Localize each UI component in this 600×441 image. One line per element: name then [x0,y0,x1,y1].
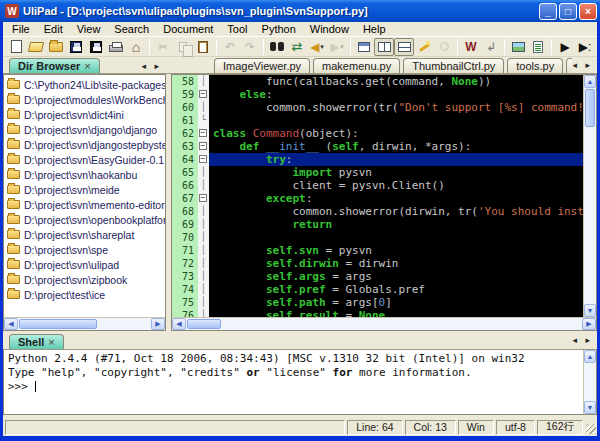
redo-icon[interactable]: ↷ [240,38,260,56]
minimize-button[interactable]: _ [539,3,557,20]
code-line-61[interactable]: 61└ [172,114,583,127]
save-icon[interactable] [66,38,86,56]
tab-dir-browser[interactable]: Dir Browser× [9,58,100,73]
code-line-60[interactable]: 60│ common.showerror(tr("Don't support [… [172,101,583,114]
editor-tab-scroll-arrows[interactable]: ◂ ▸ [572,60,593,70]
shell-panel[interactable]: Python 2.4.4 (#71, Oct 18 2006, 08:34:43… [3,350,597,416]
code-line-68[interactable]: 68│ common.showerror(dirwin, tr('You sho… [172,205,583,218]
panel-tab-scroll-arrows[interactable]: ◂ ▸ [141,61,162,71]
title-bar[interactable]: W UliPad - [D:\project\svn\ulipad\plugin… [0,0,600,22]
tree-item[interactable]: D:\project\svn\shareplat [4,227,165,242]
code-editor[interactable]: 58│ func(callbacks.get(command, None))59… [171,74,597,331]
fold-margin[interactable]: │ [198,101,209,114]
goto-icon[interactable]: ↲ [481,38,501,56]
print-icon[interactable] [106,38,126,56]
code-area[interactable]: 58│ func(callbacks.get(command, None))59… [172,75,583,317]
shell-vscrollbar[interactable]: ▲ ▼ [583,350,596,415]
fold-margin[interactable]: │ [198,283,209,296]
copy-icon[interactable] [173,38,193,56]
tab-shell[interactable]: Shell× [9,334,64,349]
tree-item[interactable]: D:\project\svn\openbookplatfor [4,212,165,227]
code-line-59[interactable]: 59− else: [172,88,583,101]
fold-margin[interactable]: │ [198,205,209,218]
replace-icon[interactable]: ⇄ [287,38,307,56]
cut-icon[interactable]: ✂ [153,38,173,56]
tree-item[interactable]: D:\project\modules\WorkBench-1 [4,92,165,107]
tab-tools-py[interactable]: tools.py [507,58,563,73]
shell-output[interactable]: Python 2.4.4 (#71, Oct 18 2006, 08:34:43… [4,350,583,415]
fold-margin[interactable]: │ [198,244,209,257]
home-icon[interactable]: ⌂ [126,38,146,56]
code-line-65[interactable]: 65│ import pysvn [172,166,583,179]
close-tab-icon[interactable]: × [84,60,90,72]
code-line-72[interactable]: 72│ self.dirwin = dirwin [172,257,583,270]
tree-item[interactable]: D:\project\svn\dict4ini [4,107,165,122]
fold-margin[interactable]: │ [198,231,209,244]
wizard-icon[interactable] [414,38,434,56]
menu-document[interactable]: Document [156,23,220,35]
close-button[interactable]: × [579,3,597,20]
image-library-icon[interactable] [508,38,528,56]
fold-margin[interactable]: │ [198,270,209,283]
scroll-up-icon[interactable]: ▲ [584,75,596,88]
fold-margin[interactable]: │ [198,166,209,179]
menu-file[interactable]: File [5,23,37,35]
fold-margin[interactable]: └ [198,114,209,127]
menu-window[interactable]: Window [303,23,356,35]
tree-item[interactable]: D:\project\svn\django\django [4,122,165,137]
fold-margin[interactable]: − [198,88,209,101]
go-forward-icon[interactable]: ▶▾ [327,38,347,56]
tab-makemenu-py[interactable]: makemenu.py [313,58,400,73]
stop-icon[interactable]: ■ [595,38,600,56]
sidebar-hscrollbar[interactable]: ◀ ▶ [4,317,165,330]
tree-item[interactable]: D:\project\test\ice [4,287,165,302]
find-icon[interactable] [267,38,287,56]
code-line-74[interactable]: 74│ self.pref = Globals.pref [172,283,583,296]
fold-margin[interactable]: │ [198,179,209,192]
run-icon[interactable]: ▶ [555,38,575,56]
menu-search[interactable]: Search [107,23,156,35]
scroll-right-icon[interactable]: ▶ [582,318,596,330]
fold-margin[interactable]: │ [198,218,209,231]
paste-icon[interactable] [193,38,213,56]
tree-item[interactable]: D:\project\svn\meide [4,182,165,197]
scroll-left-icon[interactable]: ◀ [4,318,18,330]
code-line-71[interactable]: 71│ self.svn = pysvn [172,244,583,257]
undo-icon[interactable]: ↶ [220,38,240,56]
tree-item[interactable]: D:\project\svn\djangostepbyste [4,137,165,152]
split-horizontal-icon[interactable] [394,38,414,56]
open-file-icon[interactable] [26,38,46,56]
menu-help[interactable]: Help [356,23,393,35]
split-vertical-icon[interactable] [374,38,394,56]
script-icon[interactable] [528,38,548,56]
scroll-down-icon[interactable]: ▼ [584,304,596,317]
tab-imageviewer-py[interactable]: ImageViewer.py [214,58,310,73]
save-all-icon[interactable] [86,38,106,56]
run-args-icon[interactable]: ▶: [575,38,595,56]
tab-thumbnailctrl-py[interactable]: ThumbnailCtrl.py [403,58,504,73]
scroll-right-icon[interactable]: ▶ [151,318,165,330]
code-line-62[interactable]: 62−class Command(object): [172,127,583,140]
editor-vscrollbar[interactable]: ▲ ▼ [583,75,596,317]
fold-margin[interactable]: │ [198,309,209,317]
code-line-76[interactable]: 76│ self.result = None [172,309,583,317]
tree-item[interactable]: D:\project\svn\memento-editor [4,197,165,212]
tree-item[interactable]: C:\Python24\Lib\site-packages\ [4,77,165,92]
tips-icon[interactable] [434,38,454,56]
word-wrap-icon[interactable]: W [461,38,481,56]
windows-icon[interactable] [354,38,374,56]
tree-item[interactable]: D:\project\svn\spe [4,242,165,257]
menu-tool[interactable]: Tool [220,23,254,35]
fold-margin[interactable]: − [198,127,209,140]
code-line-69[interactable]: 69│ return [172,218,583,231]
code-line-75[interactable]: 75│ self.path = args[0] [172,296,583,309]
menu-python[interactable]: Python [255,23,303,35]
scroll-down-icon[interactable]: ▼ [584,401,596,414]
resize-grip[interactable] [586,424,596,434]
code-line-66[interactable]: 66│ client = pysvn.Client() [172,179,583,192]
editor-hscrollbar[interactable]: ◀ ▶ [172,317,596,330]
scroll-left-icon[interactable]: ◀ [172,318,186,330]
scroll-thumb[interactable] [585,89,595,127]
menu-view[interactable]: View [70,23,108,35]
scroll-thumb[interactable] [187,319,221,329]
